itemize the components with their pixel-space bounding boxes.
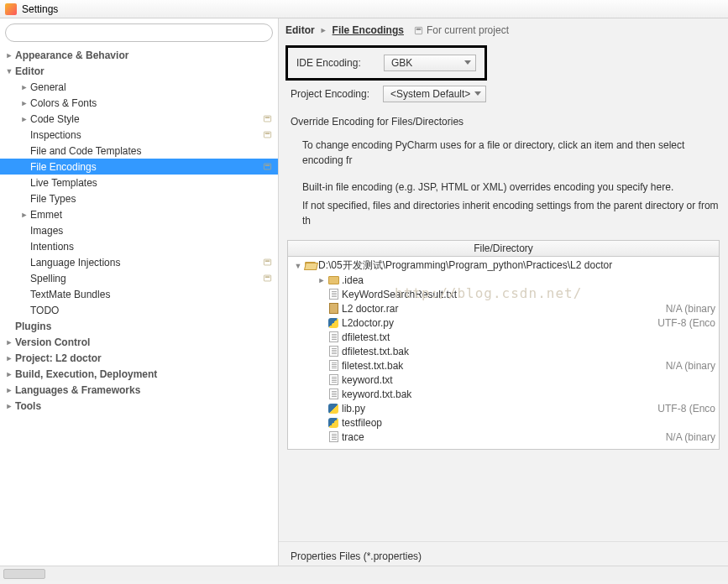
search-input[interactable]: [5, 23, 273, 42]
sidebar-item-appearance-behavior[interactable]: ►Appearance & Behavior: [0, 47, 278, 63]
sidebar-item-live-templates[interactable]: Live Templates: [0, 175, 278, 190]
sidebar-item-languages-frameworks[interactable]: ►Languages & Frameworks: [0, 382, 278, 398]
sidebar-item-tools[interactable]: ►Tools: [0, 398, 278, 414]
svg-rect-5: [264, 133, 270, 133]
sidebar-item-spelling[interactable]: Spelling: [0, 270, 278, 286]
file-name: trace: [340, 431, 666, 443]
sidebar-item-label: TextMate Bundles: [30, 289, 278, 300]
sidebar-item-language-injections[interactable]: Language Injections: [0, 254, 278, 270]
sidebar-item-code-style[interactable]: ►Code Style: [0, 111, 278, 127]
description-2: Built-in file encoding (e.g. JSP, HTML o…: [279, 171, 728, 198]
file-name: D:\05开发测试\Programming\Program_python\Pra…: [317, 258, 719, 273]
ide-encoding-row: IDE Encoding: GBK: [285, 45, 487, 81]
expander-icon: ►: [317, 276, 327, 284]
sidebar-item-label: Appearance & Behavior: [15, 50, 278, 61]
file-directory-table: File/Directory ▼D:\05开发测试\Programming\Pr…: [287, 240, 720, 450]
sidebar-item-label: General: [30, 81, 278, 93]
file-row[interactable]: ►.idea: [288, 273, 719, 287]
sidebar-item-file-encodings[interactable]: File Encodings: [0, 159, 278, 175]
svg-rect-3: [264, 117, 270, 117]
project-scope-icon: [414, 26, 423, 35]
file-row[interactable]: KeyWordSearchResult.txt: [288, 287, 719, 301]
encoding-value: UTF-8 (Enco: [657, 317, 719, 329]
scrollbar-thumb[interactable]: [3, 569, 45, 579]
expander-icon: ►: [18, 83, 30, 91]
sidebar-item-editor[interactable]: ▼Editor: [0, 63, 278, 79]
sidebar-item-label: Inspections: [30, 129, 261, 141]
sidebar-item-build-execution-deployment[interactable]: ►Build, Execution, Deployment: [0, 366, 278, 382]
file-row[interactable]: dfiletest.txt.bak: [288, 344, 719, 358]
txt-icon: [327, 388, 340, 399]
app-logo-icon: [5, 3, 17, 15]
sidebar-item-todo[interactable]: TODO: [0, 302, 278, 318]
sidebar-item-label: Spelling: [30, 273, 261, 284]
file-row[interactable]: testfileop: [288, 415, 719, 430]
sidebar-item-label: Code Style: [30, 113, 261, 125]
sidebar-item-file-and-code-templates[interactable]: File and Code Templates: [0, 143, 278, 159]
encoding-value: N/A (binary: [666, 431, 719, 443]
sidebar-item-images[interactable]: Images: [0, 222, 278, 238]
svg-rect-13: [416, 28, 422, 29]
sidebar-item-file-types[interactable]: File Types: [0, 190, 278, 206]
expander-icon: ►: [3, 354, 15, 362]
project-encoding-combo[interactable]: <System Default>: [383, 86, 486, 102]
titlebar: Settings: [0, 0, 728, 18]
sidebar-item-label: Project: L2 doctor: [15, 352, 278, 364]
file-list[interactable]: ▼D:\05开发测试\Programming\Program_python\Pr…: [288, 257, 719, 449]
project-badge-icon: [261, 273, 273, 284]
encoding-value: UTF-8 (Enco: [657, 403, 719, 415]
file-tree-root[interactable]: ▼D:\05开发测试\Programming\Program_python\Pr…: [288, 258, 719, 273]
file-name: dfiletest.txt.bak: [340, 346, 719, 357]
horizontal-scrollbar[interactable]: [0, 566, 728, 581]
expander-icon: ►: [3, 51, 15, 60]
settings-tree[interactable]: ►Appearance & Behavior▼Editor►General►Co…: [0, 45, 278, 566]
project-badge-icon: [261, 257, 273, 269]
project-encoding-label: Project Encoding:: [291, 88, 374, 100]
ide-encoding-label: IDE Encoding:: [296, 57, 374, 69]
override-heading: Override Encoding for Files/Directories: [279, 107, 728, 133]
svg-rect-7: [264, 164, 270, 165]
sidebar-item-label: Colors & Fonts: [30, 97, 278, 109]
sidebar-item-inspections[interactable]: Inspections: [0, 127, 278, 143]
svg-rect-4: [264, 132, 270, 138]
encoding-value: N/A (binary: [666, 360, 719, 372]
txt-icon: [327, 346, 340, 357]
sidebar-item-general[interactable]: ►General: [0, 79, 278, 95]
file-row[interactable]: traceN/A (binary: [288, 430, 719, 444]
file-name: lib.py: [340, 403, 657, 415]
description-3: If not specified, files and directories …: [279, 198, 728, 232]
table-header[interactable]: File/Directory: [288, 241, 719, 257]
expander-icon: ►: [3, 338, 15, 347]
window-title: Settings: [22, 3, 58, 15]
folder-open-icon: [303, 262, 317, 270]
file-row[interactable]: L2 doctor.rarN/A (binary: [288, 301, 719, 315]
file-row[interactable]: keyword.txt: [288, 373, 719, 387]
description-1: To change encoding PyCharm uses for a fi…: [279, 133, 728, 171]
file-row[interactable]: filetest.txt.bakN/A (binary: [288, 358, 719, 373]
sidebar-item-label: Images: [30, 225, 278, 237]
ide-encoding-combo[interactable]: GBK: [384, 55, 476, 71]
sidebar-item-intentions[interactable]: Intentions: [0, 238, 278, 254]
svg-rect-10: [264, 275, 270, 281]
sidebar-item-label: Editor: [15, 65, 278, 77]
file-row[interactable]: keyword.txt.bak: [288, 387, 719, 401]
txt-icon: [327, 289, 340, 300]
file-name: L2doctor.py: [340, 317, 657, 329]
sidebar-item-colors-fonts[interactable]: ►Colors & Fonts: [0, 95, 278, 111]
scope-label: For current project: [414, 24, 509, 36]
project-encoding-row: Project Encoding: <System Default>: [279, 82, 728, 107]
file-name: dfiletest.txt: [340, 331, 719, 343]
sidebar-item-label: File and Code Templates: [30, 145, 278, 157]
sidebar-item-emmet[interactable]: ►Emmet: [0, 206, 278, 222]
svg-rect-2: [264, 116, 270, 122]
sidebar-item-version-control[interactable]: ►Version Control: [0, 334, 278, 350]
breadcrumb-root[interactable]: Editor: [285, 24, 315, 36]
sidebar-item-project-l2-doctor[interactable]: ►Project: L2 doctor: [0, 350, 278, 366]
file-row[interactable]: lib.pyUTF-8 (Enco: [288, 401, 719, 415]
file-row[interactable]: L2doctor.pyUTF-8 (Enco: [288, 315, 719, 330]
chevron-down-icon: [474, 91, 481, 96]
file-row[interactable]: dfiletest.txt: [288, 330, 719, 344]
project-badge-icon: [261, 129, 273, 141]
sidebar-item-textmate-bundles[interactable]: TextMate Bundles: [0, 286, 278, 302]
sidebar-item-plugins[interactable]: Plugins: [0, 318, 278, 334]
